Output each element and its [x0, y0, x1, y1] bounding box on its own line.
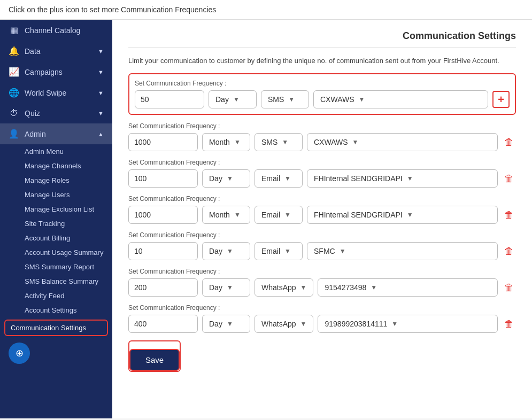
- provider-chevron-3: ▼: [407, 175, 413, 182]
- freq-provider-select-3[interactable]: FHInternal SENDGRIDAPI ▼: [307, 169, 498, 188]
- freq-input-1[interactable]: [135, 90, 204, 108]
- sidebar-sub-manage-exclusion[interactable]: Manage Exclusion List: [0, 202, 112, 216]
- freq-input-5[interactable]: [128, 242, 198, 260]
- period-chevron-1: ▼: [233, 96, 240, 103]
- delete-frequency-button-6[interactable]: 🗑: [502, 280, 516, 295]
- admin-arrow-icon: ▲: [98, 131, 104, 137]
- freq-period-select-1[interactable]: Day ▼: [209, 90, 257, 108]
- freq-input-4[interactable]: [128, 206, 198, 224]
- sidebar-sub-manage-roles[interactable]: Manage Roles: [0, 173, 112, 188]
- freq-provider-select-7[interactable]: 919899203814111 ▼: [318, 315, 498, 333]
- freq-provider-value-3: FHInternal SENDGRIDAPI: [314, 174, 403, 183]
- freq-period-value-5: Day: [209, 247, 222, 255]
- sidebar-sub-sms-balance[interactable]: SMS Balance Summary: [0, 274, 112, 289]
- sidebar-sub-account-billing[interactable]: Account Billing: [0, 231, 112, 245]
- description-text: Limit your communication to customer by …: [128, 57, 516, 65]
- delete-frequency-button-7[interactable]: 🗑: [502, 316, 516, 332]
- sidebar-item-data[interactable]: 🔔 Data ▼: [0, 41, 112, 61]
- world-swipe-arrow-icon: ▼: [98, 90, 104, 96]
- frequency-block-7: Set Communication Frequency : Day ▼ What…: [128, 304, 516, 333]
- quiz-icon: ⏱: [9, 108, 19, 118]
- sidebar-sub-account-usage[interactable]: Account Usage Summary: [0, 245, 112, 260]
- sidebar-sub-manage-users[interactable]: Manage Users: [0, 188, 112, 202]
- freq-channel-select-6[interactable]: WhatsApp ▼: [255, 278, 313, 297]
- freq-channel-value-4: Email: [261, 211, 280, 219]
- sidebar-data-label: Data: [25, 47, 92, 56]
- delete-frequency-button-3[interactable]: 🗑: [502, 171, 516, 186]
- sidebar-comm-settings[interactable]: Communication Settings: [4, 320, 108, 336]
- sidebar-admin-label: Admin: [25, 130, 92, 138]
- freq-input-2[interactable]: [128, 133, 198, 151]
- world-swipe-icon: 🌐: [9, 88, 19, 98]
- freq-period-value-3: Day: [209, 174, 222, 183]
- sidebar-item-quiz[interactable]: ⏱ Quiz ▼: [0, 103, 112, 123]
- page-title: Communication Settings: [128, 30, 516, 48]
- sidebar-sub-activity-feed[interactable]: Activity Feed: [0, 289, 112, 303]
- period-chevron-5: ▼: [227, 247, 233, 255]
- banner-text: Click on the plus icon to set more Commu…: [9, 5, 216, 14]
- delete-frequency-button-4[interactable]: 🗑: [502, 207, 516, 223]
- save-button[interactable]: Save: [129, 349, 180, 371]
- sidebar-sub-manage-channels[interactable]: Manage Channels: [0, 159, 112, 173]
- period-chevron-6: ▼: [227, 284, 233, 291]
- freq-provider-value-7: 919899203814111: [325, 320, 387, 328]
- freq-period-select-4[interactable]: Month ▼: [202, 206, 250, 224]
- period-chevron-2: ▼: [234, 138, 241, 146]
- freq-period-select-6[interactable]: Day ▼: [202, 278, 250, 297]
- freq-period-value-6: Day: [209, 283, 222, 292]
- campaigns-arrow-icon: ▼: [98, 69, 104, 75]
- provider-chevron-5: ▼: [340, 247, 346, 255]
- freq-provider-select-2[interactable]: CXWAWS ▼: [307, 133, 498, 151]
- sidebar-item-admin[interactable]: 👤 Admin ▲: [0, 123, 112, 144]
- freq-provider-select-4[interactable]: FHInternal SENDGRIDAPI ▼: [307, 206, 498, 224]
- frequency-block-1: Set Communication Frequency : Day ▼ SMS …: [128, 73, 516, 115]
- freq-channel-value-2: SMS: [261, 138, 277, 146]
- sidebar-item-campaigns[interactable]: 📈 Campaigns ▼: [0, 61, 112, 82]
- provider-chevron-4: ▼: [407, 211, 413, 219]
- freq-channel-select-2[interactable]: SMS ▼: [255, 133, 303, 151]
- freq-provider-select-5[interactable]: SFMC ▼: [307, 242, 498, 260]
- freq-label-6: Set Communication Frequency :: [128, 268, 516, 275]
- freq-provider-select-1[interactable]: CXWAWS ▼: [313, 90, 488, 108]
- sidebar-campaigns-label: Campaigns: [25, 68, 92, 76]
- freq-provider-value-1: CXWAWS: [320, 95, 354, 104]
- delete-frequency-button-5[interactable]: 🗑: [502, 244, 516, 259]
- freq-channel-select-7[interactable]: WhatsApp ▼: [255, 315, 313, 333]
- channel-chevron-5: ▼: [284, 247, 291, 255]
- freq-channel-select-1[interactable]: SMS ▼: [261, 90, 309, 108]
- provider-chevron-1: ▼: [359, 96, 365, 103]
- freq-channel-value-3: Email: [261, 174, 280, 183]
- data-icon: 🔔: [9, 46, 19, 56]
- admin-icon: 👤: [9, 129, 19, 139]
- channel-chevron-2: ▼: [282, 138, 288, 146]
- freq-period-select-7[interactable]: Day ▼: [202, 315, 250, 333]
- sidebar-sub-sms-summary[interactable]: SMS Summary Report: [0, 260, 112, 274]
- channel-catalog-icon: ▦: [9, 25, 19, 35]
- sidebar-sub-admin-menu[interactable]: Admin Menu: [0, 144, 112, 159]
- provider-chevron-7: ▼: [391, 320, 398, 328]
- freq-period-select-2[interactable]: Month ▼: [202, 133, 250, 151]
- freq-label-1: Set Communication Frequency :: [135, 80, 510, 87]
- freq-period-select-5[interactable]: Day ▼: [202, 242, 250, 260]
- freq-channel-select-3[interactable]: Email ▼: [255, 169, 303, 188]
- sidebar-item-channel-catalog[interactable]: ▦ Channel Catalog: [0, 20, 112, 41]
- freq-period-select-3[interactable]: Day ▼: [202, 169, 250, 188]
- user-avatar[interactable]: ⊕: [9, 343, 30, 364]
- sidebar-sub-site-tracking[interactable]: Site Tracking: [0, 216, 112, 231]
- freq-provider-select-6[interactable]: 9154273498 ▼: [318, 278, 498, 297]
- add-frequency-button[interactable]: +: [492, 91, 510, 108]
- main-content: Communication Settings Limit your commun…: [112, 20, 532, 418]
- channel-chevron-7: ▼: [300, 320, 307, 328]
- freq-channel-select-4[interactable]: Email ▼: [255, 206, 303, 224]
- freq-input-7[interactable]: [128, 315, 198, 333]
- sidebar-sub-account-settings[interactable]: Account Settings: [0, 303, 112, 317]
- freq-input-3[interactable]: [128, 169, 198, 188]
- freq-provider-value-6: 9154273498: [325, 283, 366, 292]
- freq-input-6[interactable]: [128, 278, 198, 297]
- period-chevron-4: ▼: [234, 211, 241, 219]
- freq-channel-select-5[interactable]: Email ▼: [255, 242, 303, 260]
- delete-frequency-button-2[interactable]: 🗑: [502, 135, 516, 150]
- freq-channel-value-6: WhatsApp: [261, 283, 296, 292]
- channel-chevron-3: ▼: [284, 175, 291, 182]
- sidebar-item-world-swipe[interactable]: 🌐 World Swipe ▼: [0, 82, 112, 103]
